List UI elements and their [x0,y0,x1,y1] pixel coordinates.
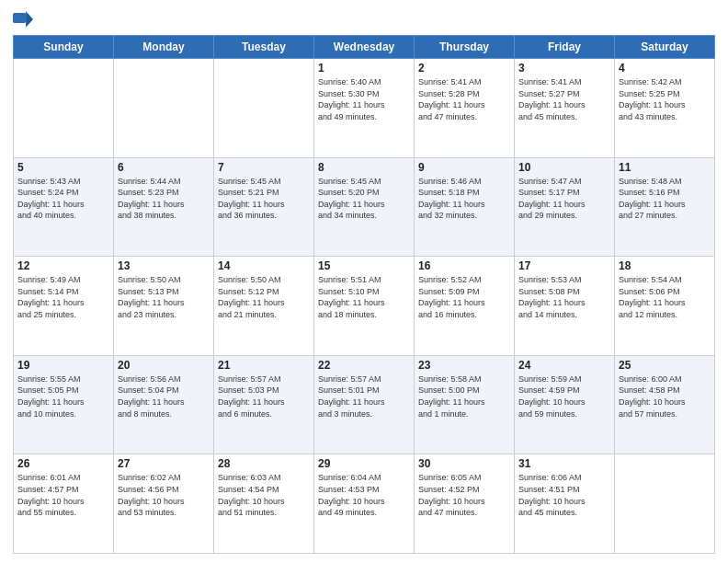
calendar-cell: 7Sunrise: 5:45 AM Sunset: 5:21 PM Daylig… [214,157,314,257]
day-number: 14 [218,259,310,272]
day-info: Sunrise: 5:48 AM Sunset: 5:16 PM Dayligh… [619,176,711,222]
day-number: 10 [518,161,610,174]
calendar-cell: 2Sunrise: 5:41 AM Sunset: 5:28 PM Daylig… [415,59,515,158]
day-number: 17 [518,259,610,272]
calendar-cell: 29Sunrise: 6:04 AM Sunset: 4:53 PM Dayli… [314,454,415,554]
day-info: Sunrise: 5:45 AM Sunset: 5:20 PM Dayligh… [318,176,410,222]
day-number: 20 [118,359,210,372]
day-info: Sunrise: 6:03 AM Sunset: 4:54 PM Dayligh… [218,472,310,518]
day-number: 28 [218,457,310,470]
day-number: 21 [218,359,310,372]
day-number: 2 [418,62,510,75]
day-info: Sunrise: 6:06 AM Sunset: 4:51 PM Dayligh… [518,472,610,518]
day-number: 6 [118,161,210,174]
day-number: 7 [218,161,310,174]
calendar-week-3: 12Sunrise: 5:49 AM Sunset: 5:14 PM Dayli… [14,257,715,356]
svg-marker-1 [26,11,33,27]
calendar-cell: 13Sunrise: 5:50 AM Sunset: 5:13 PM Dayli… [114,257,214,356]
calendar-cell: 14Sunrise: 5:50 AM Sunset: 5:12 PM Dayli… [214,257,314,356]
day-info: Sunrise: 5:51 AM Sunset: 5:10 PM Dayligh… [318,274,410,320]
calendar-cell: 10Sunrise: 5:47 AM Sunset: 5:17 PM Dayli… [515,157,615,257]
day-number: 24 [518,359,610,372]
calendar-week-5: 26Sunrise: 6:01 AM Sunset: 4:57 PM Dayli… [14,454,715,554]
day-info: Sunrise: 6:04 AM Sunset: 4:53 PM Dayligh… [318,472,410,518]
day-number: 3 [518,62,610,75]
day-info: Sunrise: 5:54 AM Sunset: 5:06 PM Dayligh… [619,274,711,320]
calendar-cell: 16Sunrise: 5:52 AM Sunset: 5:09 PM Dayli… [415,257,515,356]
calendar-cell [14,59,114,158]
day-info: Sunrise: 5:50 AM Sunset: 5:12 PM Dayligh… [218,274,310,320]
day-number: 5 [17,161,109,174]
day-info: Sunrise: 5:45 AM Sunset: 5:21 PM Dayligh… [218,176,310,222]
day-number: 1 [318,62,410,75]
weekday-header-saturday: Saturday [615,36,715,59]
weekday-header-sunday: Sunday [14,36,114,59]
calendar-cell [114,59,214,158]
day-info: Sunrise: 5:57 AM Sunset: 5:01 PM Dayligh… [318,373,410,419]
day-info: Sunrise: 5:53 AM Sunset: 5:08 PM Dayligh… [518,274,610,320]
calendar-cell: 23Sunrise: 5:58 AM Sunset: 5:00 PM Dayli… [415,355,515,454]
svg-rect-0 [13,13,26,23]
calendar-cell: 5Sunrise: 5:43 AM Sunset: 5:24 PM Daylig… [14,157,114,257]
day-info: Sunrise: 5:49 AM Sunset: 5:14 PM Dayligh… [17,274,109,320]
logo-icon [13,11,33,28]
calendar-cell: 24Sunrise: 5:59 AM Sunset: 4:59 PM Dayli… [515,355,615,454]
day-info: Sunrise: 6:00 AM Sunset: 4:58 PM Dayligh… [619,373,711,419]
day-info: Sunrise: 5:58 AM Sunset: 5:00 PM Dayligh… [418,373,510,419]
day-number: 16 [418,259,510,272]
weekday-header-row: SundayMondayTuesdayWednesdayThursdayFrid… [14,36,715,59]
calendar-cell: 1Sunrise: 5:40 AM Sunset: 5:30 PM Daylig… [314,59,415,158]
calendar-cell: 11Sunrise: 5:48 AM Sunset: 5:16 PM Dayli… [615,157,715,257]
calendar-cell: 28Sunrise: 6:03 AM Sunset: 4:54 PM Dayli… [214,454,314,554]
calendar-cell: 6Sunrise: 5:44 AM Sunset: 5:23 PM Daylig… [114,157,214,257]
calendar-cell: 4Sunrise: 5:42 AM Sunset: 5:25 PM Daylig… [615,59,715,158]
calendar-cell [214,59,314,158]
calendar-cell: 21Sunrise: 5:57 AM Sunset: 5:03 PM Dayli… [214,355,314,454]
day-info: Sunrise: 5:41 AM Sunset: 5:27 PM Dayligh… [518,76,610,122]
calendar-cell: 8Sunrise: 5:45 AM Sunset: 5:20 PM Daylig… [314,157,415,257]
weekday-header-thursday: Thursday [415,36,515,59]
calendar-cell: 19Sunrise: 5:55 AM Sunset: 5:05 PM Dayli… [14,355,114,454]
day-number: 4 [619,62,711,75]
calendar-cell: 26Sunrise: 6:01 AM Sunset: 4:57 PM Dayli… [14,454,114,554]
day-info: Sunrise: 5:41 AM Sunset: 5:28 PM Dayligh… [418,76,510,122]
calendar-cell: 15Sunrise: 5:51 AM Sunset: 5:10 PM Dayli… [314,257,415,356]
calendar-cell: 31Sunrise: 6:06 AM Sunset: 4:51 PM Dayli… [515,454,615,554]
calendar-week-4: 19Sunrise: 5:55 AM Sunset: 5:05 PM Dayli… [14,355,715,454]
day-info: Sunrise: 6:02 AM Sunset: 4:56 PM Dayligh… [118,472,210,518]
calendar-table: SundayMondayTuesdayWednesdayThursdayFrid… [13,35,715,554]
day-info: Sunrise: 5:44 AM Sunset: 5:23 PM Dayligh… [118,176,210,222]
calendar-cell: 22Sunrise: 5:57 AM Sunset: 5:01 PM Dayli… [314,355,415,454]
weekday-header-monday: Monday [114,36,214,59]
day-number: 19 [17,359,109,372]
day-number: 11 [619,161,711,174]
calendar-cell: 20Sunrise: 5:56 AM Sunset: 5:04 PM Dayli… [114,355,214,454]
calendar-cell: 17Sunrise: 5:53 AM Sunset: 5:08 PM Dayli… [515,257,615,356]
day-number: 22 [318,359,410,372]
day-number: 9 [418,161,510,174]
day-number: 13 [118,259,210,272]
calendar-cell: 9Sunrise: 5:46 AM Sunset: 5:18 PM Daylig… [415,157,515,257]
day-info: Sunrise: 5:43 AM Sunset: 5:24 PM Dayligh… [17,176,109,222]
weekday-header-friday: Friday [515,36,615,59]
calendar-cell: 12Sunrise: 5:49 AM Sunset: 5:14 PM Dayli… [14,257,114,356]
header [13,11,715,28]
calendar-cell: 3Sunrise: 5:41 AM Sunset: 5:27 PM Daylig… [515,59,615,158]
day-info: Sunrise: 5:47 AM Sunset: 5:17 PM Dayligh… [518,176,610,222]
day-info: Sunrise: 5:56 AM Sunset: 5:04 PM Dayligh… [118,373,210,419]
calendar-cell: 30Sunrise: 6:05 AM Sunset: 4:52 PM Dayli… [415,454,515,554]
day-info: Sunrise: 5:59 AM Sunset: 4:59 PM Dayligh… [518,373,610,419]
day-number: 12 [17,259,109,272]
day-number: 27 [118,457,210,470]
day-info: Sunrise: 5:40 AM Sunset: 5:30 PM Dayligh… [318,76,410,122]
day-number: 23 [418,359,510,372]
calendar-cell: 18Sunrise: 5:54 AM Sunset: 5:06 PM Dayli… [615,257,715,356]
logo [13,11,35,28]
day-number: 26 [17,457,109,470]
calendar-cell [615,454,715,554]
calendar-week-1: 1Sunrise: 5:40 AM Sunset: 5:30 PM Daylig… [14,59,715,158]
day-info: Sunrise: 6:01 AM Sunset: 4:57 PM Dayligh… [17,472,109,518]
day-number: 18 [619,259,711,272]
day-info: Sunrise: 5:57 AM Sunset: 5:03 PM Dayligh… [218,373,310,419]
day-info: Sunrise: 5:42 AM Sunset: 5:25 PM Dayligh… [619,76,711,122]
